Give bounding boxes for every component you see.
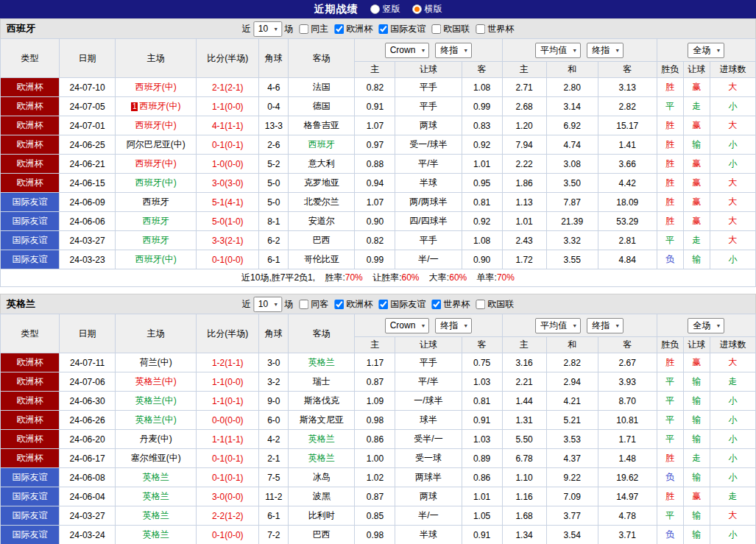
- league-filter[interactable]: 国际友谊: [375, 23, 425, 35]
- away-team[interactable]: 安道尔: [289, 212, 355, 231]
- away-team[interactable]: 法国: [289, 78, 355, 97]
- away-team[interactable]: 意大利: [289, 155, 355, 174]
- score[interactable]: 0-1(0-1): [197, 468, 259, 487]
- score[interactable]: 0-1(0-1): [197, 449, 259, 468]
- score[interactable]: 0-0(0-0): [197, 411, 259, 430]
- home-team[interactable]: 英格兰: [116, 468, 197, 487]
- home-team[interactable]: 英格兰(中): [116, 392, 197, 411]
- scope-select[interactable]: 全场▼: [688, 318, 724, 333]
- home-team[interactable]: 荷兰(中): [116, 353, 197, 372]
- away-team[interactable]: 德国: [289, 97, 355, 116]
- league-checkbox[interactable]: [431, 24, 441, 34]
- home-team[interactable]: 英格兰: [116, 526, 197, 544]
- league-filter[interactable]: 世界杯: [428, 298, 470, 311]
- avg-stage-select[interactable]: 终指▼: [587, 43, 623, 58]
- same-venue-filter[interactable]: 同主: [295, 23, 328, 35]
- away-team[interactable]: 巴西: [289, 526, 355, 544]
- home-team[interactable]: 西班牙: [116, 231, 197, 250]
- score[interactable]: 3-3(2-1): [197, 231, 259, 250]
- score[interactable]: 2-2(1-2): [197, 506, 259, 526]
- bookmaker-select[interactable]: Crown▼: [385, 43, 430, 58]
- away-team[interactable]: 格鲁吉亚: [289, 116, 355, 135]
- home-team[interactable]: 西班牙(中): [116, 78, 197, 97]
- same-venue-filter[interactable]: 同客: [295, 298, 328, 311]
- league-filter[interactable]: 欧洲杯: [331, 298, 372, 311]
- score[interactable]: 5-1(4-1): [197, 193, 259, 212]
- home-team[interactable]: 西班牙(中): [116, 155, 197, 174]
- score[interactable]: 1-1(0-1): [197, 392, 259, 411]
- league-checkbox[interactable]: [476, 300, 485, 309]
- layout-option-vertical[interactable]: 竖版: [370, 3, 400, 15]
- scope-select[interactable]: 全场▼: [688, 43, 724, 58]
- odds-stage-select[interactable]: 终指▼: [435, 43, 472, 58]
- score[interactable]: 0-1(0-0): [197, 250, 259, 269]
- average-select[interactable]: 平均值▼: [535, 318, 581, 333]
- league-filter[interactable]: 世界杯: [472, 23, 514, 35]
- league-checkbox[interactable]: [378, 24, 388, 34]
- away-team[interactable]: 英格兰: [289, 430, 355, 449]
- away-team[interactable]: 比利时: [289, 506, 355, 526]
- score[interactable]: 2-1(2-1): [197, 78, 259, 97]
- avg-stage-select[interactable]: 终指▼: [587, 318, 623, 333]
- same-venue-checkbox[interactable]: [299, 24, 308, 34]
- home-team[interactable]: 英格兰: [116, 506, 197, 526]
- league-checkbox[interactable]: [378, 300, 388, 309]
- home-team[interactable]: 西班牙(中): [116, 116, 197, 135]
- home-team[interactable]: 英格兰(中): [116, 411, 197, 430]
- home-team[interactable]: 英格兰: [116, 487, 197, 506]
- league-filter[interactable]: 欧国联: [472, 298, 514, 311]
- score[interactable]: 3-0(3-0): [197, 174, 259, 193]
- away-team[interactable]: 西班牙: [289, 135, 355, 155]
- score[interactable]: 1-1(0-0): [197, 372, 259, 392]
- match-row: 欧洲杯24-06-30英格兰(中)1-1(0-1)9-0斯洛伐克1.09一/球半…: [1, 392, 756, 411]
- away-team[interactable]: 克罗地亚: [289, 174, 355, 193]
- away-team[interactable]: 冰岛: [289, 468, 355, 487]
- league-filter[interactable]: 欧洲杯: [331, 23, 372, 35]
- away-team[interactable]: 英格兰: [289, 449, 355, 468]
- score[interactable]: 1-0(0-0): [197, 155, 259, 174]
- score[interactable]: 5-0(1-0): [197, 212, 259, 231]
- home-team[interactable]: 1西班牙(中): [116, 97, 197, 116]
- score[interactable]: 1-1(0-0): [197, 97, 259, 116]
- col-corner: 角球: [259, 39, 289, 78]
- score[interactable]: 0-1(0-1): [197, 135, 259, 155]
- home-team[interactable]: 塞尔维亚(中): [116, 449, 197, 468]
- away-team[interactable]: 英格兰: [289, 353, 355, 372]
- bookmaker-select[interactable]: Crown▼: [385, 318, 430, 333]
- average-select[interactable]: 平均值▼: [535, 43, 581, 58]
- home-team[interactable]: 西班牙: [116, 212, 197, 231]
- score[interactable]: 1-2(1-1): [197, 353, 259, 372]
- away-team[interactable]: 波黑: [289, 487, 355, 506]
- match-count-select[interactable]: 10▼: [253, 21, 282, 37]
- same-venue-checkbox[interactable]: [299, 300, 308, 309]
- away-team[interactable]: 北爱尔兰: [289, 193, 355, 212]
- away-team[interactable]: 斯洛伐克: [289, 392, 355, 411]
- away-odds: 0.92: [462, 212, 502, 231]
- radio-icon[interactable]: [412, 4, 422, 14]
- home-team[interactable]: 西班牙(中): [116, 250, 197, 269]
- home-team[interactable]: 西班牙: [116, 193, 197, 212]
- league-checkbox[interactable]: [334, 300, 344, 309]
- odds-stage-select[interactable]: 终指▼: [435, 318, 472, 333]
- away-team[interactable]: 哥伦比亚: [289, 250, 355, 269]
- score[interactable]: 1-1(1-1): [197, 430, 259, 449]
- score[interactable]: 4-1(1-1): [197, 116, 259, 135]
- home-team[interactable]: 丹麦(中): [116, 430, 197, 449]
- league-checkbox[interactable]: [334, 24, 344, 34]
- layout-option-horizontal[interactable]: 横版: [412, 3, 442, 15]
- away-team[interactable]: 巴西: [289, 231, 355, 250]
- score[interactable]: 0-1(0-0): [197, 526, 259, 544]
- home-team[interactable]: 阿尔巴尼亚(中): [116, 135, 197, 155]
- match-count-select[interactable]: 10▼: [253, 297, 282, 312]
- league-checkbox[interactable]: [476, 24, 485, 34]
- away-team[interactable]: 瑞士: [289, 372, 355, 392]
- league-filter[interactable]: 欧国联: [428, 23, 470, 35]
- league-filter[interactable]: 国际友谊: [375, 298, 425, 311]
- radio-icon[interactable]: [370, 4, 380, 14]
- score[interactable]: 3-0(0-0): [197, 487, 259, 506]
- away-team[interactable]: 斯洛文尼亚: [289, 411, 355, 430]
- league-checkbox[interactable]: [431, 300, 441, 309]
- home-team[interactable]: 英格兰(中): [116, 372, 197, 392]
- home-team[interactable]: 西班牙(中): [116, 174, 197, 193]
- col-date: 日期: [60, 39, 116, 78]
